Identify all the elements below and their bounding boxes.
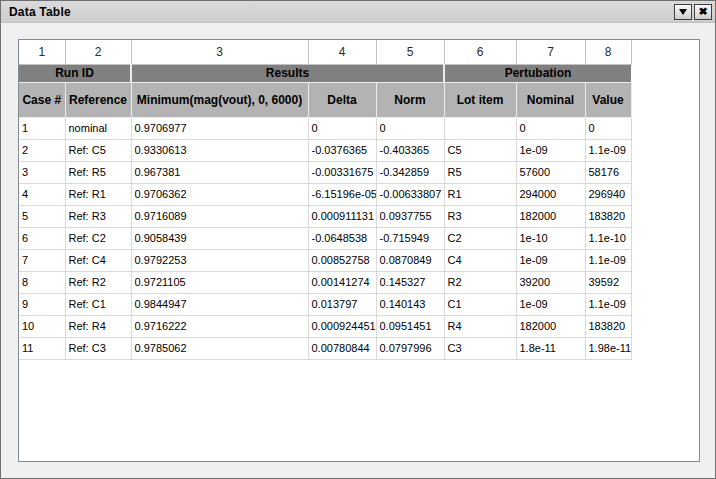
collapse-button[interactable] — [674, 4, 692, 20]
table-cell[interactable]: 1e-09 — [516, 293, 585, 315]
table-cell[interactable]: 5 — [19, 205, 65, 227]
table-cell[interactable]: Ref: R2 — [65, 271, 131, 293]
table-cell[interactable]: 0.9716089 — [131, 205, 308, 227]
table-cell[interactable]: 0 — [585, 117, 631, 139]
table-cell[interactable]: 1.1e-09 — [585, 293, 631, 315]
table-cell[interactable]: 0 — [516, 117, 585, 139]
table-cell[interactable]: -0.715949 — [376, 227, 444, 249]
table-cell[interactable]: 0.9706977 — [131, 117, 308, 139]
column-number[interactable]: 3 — [131, 40, 308, 64]
table-cell[interactable]: nominal — [65, 117, 131, 139]
table-row[interactable]: 2Ref: C50.9330613-0.0376365-0.403365C51e… — [19, 139, 631, 161]
table-cell[interactable]: -6.15196e-05 — [308, 183, 376, 205]
table-cell[interactable]: 4 — [19, 183, 65, 205]
table-row[interactable]: 8Ref: R20.97211050.001412740.145327R2392… — [19, 271, 631, 293]
table-cell[interactable]: 0.145327 — [376, 271, 444, 293]
table-cell[interactable]: 0.9058439 — [131, 227, 308, 249]
table-cell[interactable]: 0.0937755 — [376, 205, 444, 227]
table-cell[interactable]: 0.9792253 — [131, 249, 308, 271]
table-cell[interactable]: -0.0376365 — [308, 139, 376, 161]
table-cell[interactable]: 182000 — [516, 315, 585, 337]
column-header-norm[interactable]: Norm — [376, 82, 444, 117]
table-cell[interactable]: C2 — [444, 227, 516, 249]
table-cell[interactable]: 6 — [19, 227, 65, 249]
table-cell[interactable]: 3 — [19, 161, 65, 183]
table-cell[interactable]: 11 — [19, 337, 65, 359]
column-header-lot-item[interactable]: Lot item — [444, 82, 516, 117]
column-number[interactable]: 4 — [308, 40, 376, 64]
table-cell[interactable]: R2 — [444, 271, 516, 293]
table-cell[interactable]: 7 — [19, 249, 65, 271]
table-cell[interactable]: Ref: R5 — [65, 161, 131, 183]
table-cell[interactable]: 1e-10 — [516, 227, 585, 249]
table-cell[interactable]: 0.9785062 — [131, 337, 308, 359]
table-cell[interactable]: 0.9330613 — [131, 139, 308, 161]
table-cell[interactable]: 183820 — [585, 205, 631, 227]
table-cell[interactable]: 0.00780844 — [308, 337, 376, 359]
table-cell[interactable]: C3 — [444, 337, 516, 359]
table-cell[interactable]: 1e-09 — [516, 249, 585, 271]
table-cell[interactable] — [444, 117, 516, 139]
table-row[interactable]: 7Ref: C40.97922530.008527580.0870849C41e… — [19, 249, 631, 271]
close-button[interactable]: ✖ — [694, 4, 712, 20]
column-number[interactable]: 2 — [65, 40, 131, 64]
table-cell[interactable]: Ref: R3 — [65, 205, 131, 227]
table-cell[interactable]: 39592 — [585, 271, 631, 293]
column-number[interactable]: 8 — [585, 40, 631, 64]
table-cell[interactable]: Ref: C4 — [65, 249, 131, 271]
table-cell[interactable]: -0.0648538 — [308, 227, 376, 249]
table-cell[interactable]: 183820 — [585, 315, 631, 337]
table-cell[interactable]: 0.0870849 — [376, 249, 444, 271]
table-cell[interactable]: -0.00331675 — [308, 161, 376, 183]
table-cell[interactable]: 0 — [376, 117, 444, 139]
table-cell[interactable]: Ref: R1 — [65, 183, 131, 205]
table-cell[interactable]: 1.1e-10 — [585, 227, 631, 249]
column-header-nominal[interactable]: Nominal — [516, 82, 585, 117]
table-cell[interactable]: 0.013797 — [308, 293, 376, 315]
table-row[interactable]: 10Ref: R40.97162220.0009244510.0951451R4… — [19, 315, 631, 337]
column-header-reference[interactable]: Reference — [65, 82, 131, 117]
table-cell[interactable]: 0.9844947 — [131, 293, 308, 315]
table-cell[interactable]: 296940 — [585, 183, 631, 205]
table-cell[interactable]: 0.0797996 — [376, 337, 444, 359]
table-cell[interactable]: 1.1e-09 — [585, 139, 631, 161]
table-cell[interactable]: Ref: C5 — [65, 139, 131, 161]
table-cell[interactable]: 9 — [19, 293, 65, 315]
table-cell[interactable]: C1 — [444, 293, 516, 315]
table-cell[interactable]: 0 — [308, 117, 376, 139]
table-cell[interactable]: C5 — [444, 139, 516, 161]
table-cell[interactable]: 0.000924451 — [308, 315, 376, 337]
table-cell[interactable]: 1.1e-09 — [585, 249, 631, 271]
table-cell[interactable]: 0.140143 — [376, 293, 444, 315]
column-header-delta[interactable]: Delta — [308, 82, 376, 117]
table-cell[interactable]: Ref: C3 — [65, 337, 131, 359]
table-cell[interactable]: 58176 — [585, 161, 631, 183]
table-cell[interactable]: 8 — [19, 271, 65, 293]
column-header-case[interactable]: Case # — [19, 82, 65, 117]
column-header-minimum[interactable]: Minimum(mag(vout), 0, 6000) — [131, 82, 308, 117]
table-cell[interactable]: Ref: C1 — [65, 293, 131, 315]
table-cell[interactable]: Ref: C2 — [65, 227, 131, 249]
column-header-value[interactable]: Value — [585, 82, 631, 117]
window-titlebar[interactable]: Data Table ✖ — [1, 1, 715, 23]
column-number[interactable]: 5 — [376, 40, 444, 64]
table-cell[interactable]: R1 — [444, 183, 516, 205]
table-cell[interactable]: R4 — [444, 315, 516, 337]
table-row[interactable]: 11Ref: C30.97850620.007808440.0797996C31… — [19, 337, 631, 359]
table-cell[interactable]: 0.9721105 — [131, 271, 308, 293]
table-cell[interactable]: 182000 — [516, 205, 585, 227]
table-row[interactable]: 6Ref: C20.9058439-0.0648538-0.715949C21e… — [19, 227, 631, 249]
column-number[interactable]: 7 — [516, 40, 585, 64]
table-cell[interactable]: 39200 — [516, 271, 585, 293]
table-cell[interactable]: 294000 — [516, 183, 585, 205]
table-cell[interactable]: 0.00141274 — [308, 271, 376, 293]
table-cell[interactable]: 2 — [19, 139, 65, 161]
table-row[interactable]: 1nominal0.97069770000 — [19, 117, 631, 139]
table-cell[interactable]: 1.98e-11 — [585, 337, 631, 359]
table-cell[interactable]: 0.967381 — [131, 161, 308, 183]
table-cell[interactable]: 1e-09 — [516, 139, 585, 161]
table-cell[interactable]: R3 — [444, 205, 516, 227]
table-cell[interactable]: -0.00633807 — [376, 183, 444, 205]
table-cell[interactable]: 57600 — [516, 161, 585, 183]
table-cell[interactable]: -0.342859 — [376, 161, 444, 183]
